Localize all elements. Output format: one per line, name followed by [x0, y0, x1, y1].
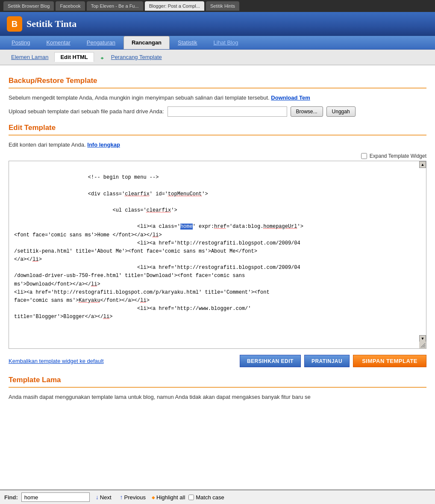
editor-actions: Kembalikan template widget ke default BE…	[9, 355, 426, 367]
upload-label: Upload sebuah template dari sebuah file …	[9, 108, 164, 115]
nav-tab-lihat-blog[interactable]: Lihat Blog	[206, 36, 247, 49]
nav-tab-statistik[interactable]: Statistik	[170, 36, 206, 49]
upload-file-input[interactable]	[168, 106, 287, 117]
browser-tab-1[interactable]: Setitik Browser Blog	[3, 1, 54, 11]
browser-tab-bar: Setitik Browser Blog Facebook Top Eleven…	[0, 0, 435, 12]
main-nav: Posting Komentar Pengaturan Rancangan St…	[0, 36, 435, 50]
backup-divider	[9, 88, 426, 88]
pencil-icon	[100, 54, 108, 60]
editor-resize-handle[interactable]	[419, 342, 426, 348]
expand-widget-row: Expand Template Widget	[9, 153, 426, 159]
subnav-perancang-label: Perancang Template	[111, 54, 162, 60]
browser-tab-2[interactable]: Facebook	[56, 1, 85, 11]
edit-divider	[9, 135, 426, 136]
action-buttons: BERSIHKAN EDIT PRATINJAU SIMPAN TEMPLATE	[240, 355, 426, 367]
blogger-title: Setitik Tinta	[26, 18, 76, 29]
sub-nav: Elemen Laman Edit HTML Perancang Templat…	[0, 50, 435, 65]
download-link[interactable]: Download Tem	[271, 94, 310, 101]
edit-section-title: Edit Template	[9, 124, 426, 132]
nav-tab-komentar[interactable]: Komentar	[38, 36, 78, 49]
browser-tab-5[interactable]: Setitik Hints	[206, 1, 239, 11]
reset-template-link[interactable]: Kembalikan template widget ke default	[9, 358, 104, 364]
browse-button[interactable]: Browse...	[291, 106, 323, 117]
editor-scroll-down-btn[interactable]: ▼	[419, 335, 426, 342]
nav-tab-posting[interactable]: Posting	[3, 36, 38, 49]
svg-line-4	[424, 347, 425, 348]
blogger-header: B Setitik Tinta	[0, 12, 435, 36]
svg-rect-0	[101, 55, 105, 58]
expand-template-checkbox[interactable]	[361, 153, 367, 159]
code-editor[interactable]: <!-- begin top menu --> <div class='clea…	[9, 161, 426, 349]
svg-marker-1	[100, 59, 102, 60]
backup-section-title: Backup/Restore Template	[9, 77, 426, 85]
code-editor-container: <!-- begin top menu --> <div class='clea…	[9, 161, 426, 349]
edit-description: Edit konten dari template Anda. Info len…	[9, 141, 426, 149]
subnav-edit-html[interactable]: Edit HTML	[54, 52, 94, 62]
subnav-perancang-template[interactable]: Perancang Template	[94, 52, 168, 62]
preview-button[interactable]: PRATINJAU	[304, 355, 350, 367]
main-content: Backup/Restore Template Sebelum mengedit…	[0, 65, 435, 408]
info-link[interactable]: Info lengkap	[87, 141, 120, 148]
template-lama-description: Anda masih dapat menggunakan template la…	[9, 393, 426, 401]
browser-tab-4[interactable]: Blogger: Post a Compl...	[145, 1, 204, 11]
upload-row: Upload sebuah template dari sebuah file …	[9, 106, 426, 117]
save-template-button[interactable]: SIMPAN TEMPLATE	[353, 355, 426, 367]
upload-button[interactable]: Unggah	[326, 106, 356, 117]
expand-template-label: Expand Template Widget	[370, 153, 426, 159]
backup-description: Sebelum mengedit template Anda, Anda mun…	[9, 94, 426, 102]
nav-tab-rancangan[interactable]: Rancangan	[123, 36, 170, 49]
subnav-elemen-laman[interactable]: Elemen Laman	[5, 52, 54, 62]
template-lama-divider	[9, 387, 426, 388]
blogger-logo: B	[7, 16, 22, 32]
clear-edit-button[interactable]: BERSIHKAN EDIT	[240, 355, 301, 367]
editor-scroll-up-btn[interactable]: ▲	[419, 161, 426, 168]
nav-tab-pengaturan[interactable]: Pengaturan	[79, 36, 123, 49]
template-lama-title: Template Lama	[9, 376, 426, 384]
browser-tab-3[interactable]: Top Eleven - Be a Fu...	[87, 1, 143, 11]
